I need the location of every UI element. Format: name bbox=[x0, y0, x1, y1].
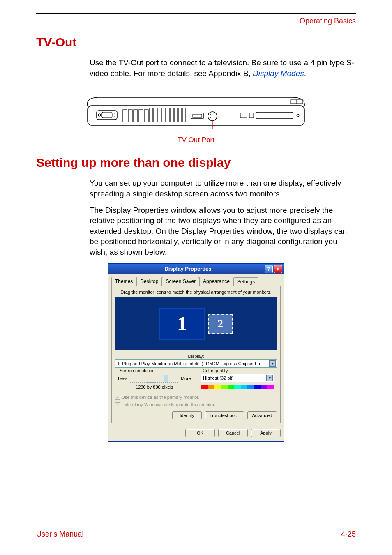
multidisplay-para2: The Display Properties window allows you… bbox=[36, 205, 356, 258]
tvout-paragraph: Use the TV-Out port to connect to a tele… bbox=[36, 58, 356, 78]
screen-resolution-title: Screen resolution bbox=[118, 368, 157, 373]
svg-rect-12 bbox=[150, 108, 153, 122]
primary-monitor-checkbox-row: ✓ Use this device as the primary monitor… bbox=[115, 395, 277, 400]
svg-rect-11 bbox=[144, 110, 148, 122]
apply-button[interactable]: Apply bbox=[251, 429, 281, 437]
color-quality-group: Color quality Highest (32 bit) ▾ bbox=[198, 371, 277, 392]
svg-rect-19 bbox=[178, 108, 182, 122]
svg-rect-18 bbox=[174, 108, 178, 122]
multidisplay-para1: You can set up your computer to utilize … bbox=[36, 178, 356, 199]
advanced-button[interactable]: Advanced bbox=[247, 411, 277, 419]
tvout-diagram: TV Out Port bbox=[36, 86, 356, 144]
laptop-side-illustration bbox=[85, 86, 307, 131]
monitor-2-icon[interactable]: 2 bbox=[208, 314, 233, 334]
resolution-value: 1280 by 800 pixels bbox=[118, 385, 191, 389]
extend-desktop-checkbox-row: ✓ Extend my Windows desktop onto this mo… bbox=[115, 402, 277, 407]
troubleshoot-button[interactable]: Troubleshoot... bbox=[205, 411, 244, 419]
resolution-slider-thumb[interactable] bbox=[164, 375, 168, 382]
tvout-text-end: . bbox=[304, 69, 306, 78]
screen-resolution-group: Screen resolution Less More 1280 by 800 … bbox=[115, 371, 194, 392]
tab-screensaver[interactable]: Screen Saver bbox=[162, 277, 199, 286]
svg-rect-9 bbox=[134, 110, 138, 122]
svg-point-23 bbox=[208, 112, 217, 121]
svg-point-26 bbox=[210, 117, 211, 118]
identify-button[interactable]: Identify bbox=[172, 411, 202, 419]
svg-rect-7 bbox=[123, 110, 127, 122]
tab-themes[interactable]: Themes bbox=[111, 277, 136, 286]
svg-point-25 bbox=[214, 114, 214, 115]
footer-manual: User’s Manual bbox=[36, 530, 83, 539]
display-modes-link[interactable]: Display Modes bbox=[253, 69, 304, 78]
help-button[interactable]: ? bbox=[265, 265, 273, 273]
page-footer: User’s Manual 4-25 bbox=[36, 527, 356, 539]
svg-point-24 bbox=[210, 114, 211, 115]
svg-rect-6 bbox=[101, 112, 112, 118]
tab-appearance[interactable]: Appearance bbox=[199, 277, 233, 286]
svg-rect-13 bbox=[154, 108, 157, 122]
cancel-button[interactable]: Cancel bbox=[218, 429, 248, 437]
display-label: Display: bbox=[115, 354, 277, 359]
svg-rect-8 bbox=[128, 110, 132, 122]
primary-monitor-label: Use this device as the primary monitor. bbox=[122, 395, 200, 400]
display-select-value: 1. Plug and Play Monitor on Mobile Intel… bbox=[117, 361, 260, 366]
svg-rect-0 bbox=[88, 106, 304, 125]
tvout-text: Use the TV-Out port to connect to a tele… bbox=[90, 58, 354, 78]
top-rule bbox=[36, 13, 356, 14]
monitor-arrangement-box[interactable]: 1 2 bbox=[115, 297, 277, 350]
tvout-caption: TV Out Port bbox=[85, 136, 307, 144]
page-header: Operating Basics bbox=[36, 17, 356, 25]
svg-rect-10 bbox=[139, 110, 143, 122]
tab-row: Themes Desktop Screen Saver Appearance S… bbox=[108, 274, 284, 286]
display-select[interactable]: 1. Plug and Play Monitor on Mobile Intel… bbox=[115, 359, 277, 368]
svg-rect-30 bbox=[256, 112, 293, 119]
tab-settings[interactable]: Settings bbox=[233, 277, 258, 286]
slider-less-label: Less bbox=[118, 376, 127, 381]
color-quality-select[interactable]: Highest (32 bit) ▾ bbox=[201, 374, 274, 382]
svg-rect-29 bbox=[249, 113, 254, 118]
heading-tvout: TV-Out bbox=[36, 35, 356, 49]
chevron-down-icon[interactable]: ▾ bbox=[266, 375, 273, 381]
close-button[interactable]: × bbox=[274, 265, 282, 273]
drag-instructions: Drag the monitor icons to match the phys… bbox=[115, 290, 277, 295]
svg-rect-20 bbox=[182, 108, 186, 122]
settings-panel: Drag the monitor icons to match the phys… bbox=[111, 286, 281, 423]
slider-more-label: More bbox=[181, 376, 191, 381]
color-bar bbox=[201, 385, 274, 389]
extend-desktop-checkbox[interactable]: ✓ bbox=[115, 402, 120, 407]
svg-rect-15 bbox=[162, 108, 165, 122]
svg-point-5 bbox=[113, 114, 115, 116]
dialog-title: Display Properties bbox=[111, 266, 265, 272]
svg-rect-14 bbox=[158, 108, 161, 122]
primary-monitor-checkbox[interactable]: ✓ bbox=[115, 395, 120, 400]
svg-point-31 bbox=[297, 114, 299, 117]
svg-rect-3 bbox=[97, 111, 117, 120]
footer-rule bbox=[36, 527, 356, 527]
color-quality-value: Highest (32 bit) bbox=[203, 375, 234, 380]
chevron-down-icon[interactable]: ▾ bbox=[269, 360, 276, 367]
extend-desktop-label: Extend my Windows desktop onto this moni… bbox=[122, 402, 215, 407]
document-page: Operating Basics TV-Out Use the TV-Out p… bbox=[0, 0, 392, 555]
svg-point-4 bbox=[98, 114, 101, 116]
svg-point-27 bbox=[214, 117, 214, 118]
resolution-slider[interactable] bbox=[130, 374, 178, 383]
dialog-titlebar[interactable]: Display Properties ? × bbox=[108, 264, 284, 274]
display-properties-dialog: Display Properties ? × Themes Desktop Sc… bbox=[108, 263, 284, 442]
footer-page-number: 4-25 bbox=[341, 530, 356, 539]
svg-rect-28 bbox=[240, 113, 247, 118]
heading-multidisplay: Setting up more than one display bbox=[36, 156, 356, 170]
svg-rect-17 bbox=[170, 108, 173, 122]
color-quality-title: Color quality bbox=[201, 368, 229, 373]
svg-rect-16 bbox=[166, 108, 169, 122]
ok-button[interactable]: OK bbox=[185, 429, 215, 437]
monitor-1-icon[interactable]: 1 bbox=[159, 308, 205, 340]
tab-desktop[interactable]: Desktop bbox=[136, 277, 162, 286]
svg-rect-22 bbox=[193, 114, 202, 117]
